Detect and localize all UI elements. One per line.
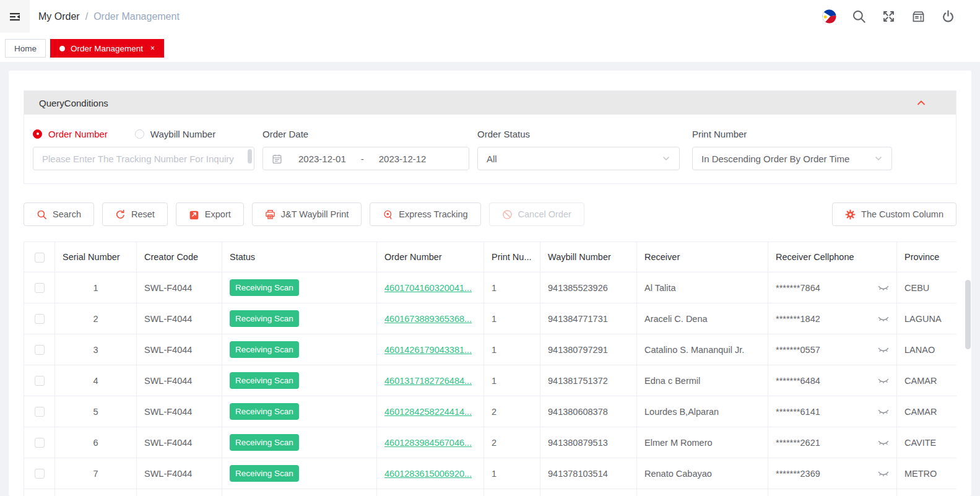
sidebar-collapse-button[interactable] <box>0 0 30 33</box>
search-icon[interactable] <box>852 9 866 24</box>
date-to-value[interactable]: 2023-12-12 <box>379 154 427 164</box>
row-checkbox[interactable] <box>35 438 45 448</box>
select-all-checkbox[interactable] <box>35 253 45 263</box>
select-all-header-cell <box>24 242 55 272</box>
order-number-link[interactable]: 4601426179043381... <box>384 345 472 355</box>
waybill-number-cell: 941380608378 <box>540 396 637 427</box>
empty-cell <box>540 489 637 496</box>
serial-number-cell: 3 <box>55 334 137 365</box>
order-number-link[interactable]: 4601284258224414... <box>384 407 472 417</box>
masked-cellphone: *******2369 <box>776 469 820 479</box>
serial-number-cell: 4 <box>55 365 137 396</box>
serial-number-cell: 6 <box>55 427 137 458</box>
order-status-select[interactable]: All <box>477 147 680 170</box>
creator-code-cell: SWL-F4044 <box>137 458 222 489</box>
radio-waybill-number[interactable]: Waybill Number <box>135 129 215 139</box>
fullscreen-icon[interactable] <box>882 9 896 24</box>
order-number-link[interactable]: 4601283984567046... <box>384 438 472 448</box>
eye-off-icon[interactable] <box>878 376 889 385</box>
row-select-cell <box>24 272 55 303</box>
radio-order-number[interactable]: Order Number <box>33 129 108 139</box>
status-badge: Receiving Scan <box>230 279 299 297</box>
status-cell: Receiving Scan <box>222 303 377 334</box>
input-scrollbar-thumb[interactable] <box>248 149 252 163</box>
empty-cell <box>897 489 957 496</box>
row-checkbox[interactable] <box>35 469 45 479</box>
row-checkbox[interactable] <box>35 314 45 324</box>
tab-close-icon[interactable]: × <box>150 44 155 53</box>
order-date-label: Order Date <box>262 129 308 139</box>
eye-off-icon[interactable] <box>878 407 889 416</box>
chevron-down-icon <box>662 154 670 163</box>
row-checkbox[interactable] <box>35 283 45 293</box>
eye-off-icon[interactable] <box>878 315 889 323</box>
table-row: 3SWL-F4044Receiving Scan4601426179043381… <box>24 334 957 365</box>
print-number-select[interactable]: In Descending Order By Order Time <box>692 147 892 170</box>
creator-code-cell: SWL-F4044 <box>137 365 222 396</box>
header-actions <box>822 9 980 24</box>
breadcrumb: My Order / Order Management <box>38 11 180 22</box>
express-tracking-button-label: Express Tracking <box>399 209 467 219</box>
tab-order-management-label: Order Management <box>71 44 143 53</box>
reset-icon <box>115 209 126 220</box>
status-badge: Receiving Scan <box>230 403 299 420</box>
order-number-cell: 4601284258224414... <box>377 396 484 427</box>
order-date-range-input[interactable]: 2023-12-01 - 2023-12-12 <box>262 147 469 170</box>
waybill-number-cell: 941378103514 <box>540 458 637 489</box>
order-number-link[interactable]: 4601283615006920... <box>384 469 472 479</box>
waybill-print-button[interactable]: J&T Waybill Print <box>252 202 362 226</box>
status-badge: Receiving Scan <box>230 310 299 328</box>
express-tracking-button[interactable]: Express Tracking <box>370 202 480 226</box>
active-tab-dot-icon <box>59 46 65 51</box>
waybill-number-cell: 941385523926 <box>540 272 637 303</box>
parcel-icon[interactable] <box>911 9 926 24</box>
table-header-row: Serial NumberCreator CodeStatusOrder Num… <box>24 242 957 272</box>
reset-button[interactable]: Reset <box>102 202 168 226</box>
power-icon[interactable] <box>941 9 955 24</box>
province-cell: CEBU <box>897 272 957 303</box>
eye-off-icon[interactable] <box>878 346 889 354</box>
tab-home-label: Home <box>14 44 37 53</box>
gear-icon <box>845 209 856 220</box>
empty-cell <box>137 489 222 496</box>
row-checkbox[interactable] <box>35 345 45 355</box>
toolbar-buttons: SearchResetExportJ&T Waybill PrintExpres… <box>24 202 584 226</box>
column-header: Waybill Number <box>540 242 637 272</box>
row-select-cell <box>24 458 55 489</box>
status-cell: Receiving Scan <box>222 334 377 365</box>
export-button[interactable]: Export <box>176 202 244 226</box>
tab-strip: Home Order Management × <box>0 33 980 62</box>
eye-off-icon[interactable] <box>878 284 889 292</box>
order-number-link[interactable]: 4601673889365368... <box>384 314 472 324</box>
order-number-link[interactable]: 4601317182726484... <box>384 376 472 386</box>
status-cell: Receiving Scan <box>222 458 377 489</box>
breadcrumb-parent[interactable]: My Order <box>38 11 80 22</box>
order-number-cell: 4601673889365368... <box>377 303 484 334</box>
search-button[interactable]: Search <box>24 202 94 226</box>
eye-off-icon[interactable] <box>878 469 889 477</box>
table-scrollbar-thumb[interactable] <box>965 280 971 349</box>
column-header: Receiver Cellphone <box>768 242 897 272</box>
receiver-cellphone-cell: *******2621 <box>768 427 897 458</box>
radio-selected-icon <box>33 129 42 139</box>
tab-order-management[interactable]: Order Management × <box>50 39 164 58</box>
eye-off-icon[interactable] <box>878 438 889 446</box>
radio-unselected-icon <box>135 129 144 139</box>
tab-home[interactable]: Home <box>5 39 46 58</box>
row-checkbox[interactable] <box>35 407 45 417</box>
creator-code-cell: SWL-F4044 <box>137 303 222 334</box>
philippines-flag-icon[interactable] <box>822 9 836 24</box>
custom-column-button[interactable]: The Custom Column <box>832 202 956 226</box>
collapse-panel-icon[interactable] <box>916 98 926 108</box>
empty-cell <box>222 489 377 496</box>
table-row: 6SWL-F4044Receiving Scan4601283984567046… <box>24 427 957 458</box>
masked-cellphone: *******1842 <box>776 314 820 324</box>
cancel-order-button-label: Cancel Order <box>518 209 571 219</box>
tracking-number-input[interactable]: Please Enter The Tracking Number For Inq… <box>33 147 254 170</box>
date-from-value[interactable]: 2023-12-01 <box>298 154 346 164</box>
status-badge: Receiving Scan <box>230 434 299 451</box>
order-number-link[interactable]: 4601704160320041... <box>384 283 472 293</box>
order-number-cell: 4601426179043381... <box>377 334 484 365</box>
row-checkbox[interactable] <box>35 376 45 386</box>
order-status-group: Order Status All <box>477 127 680 170</box>
